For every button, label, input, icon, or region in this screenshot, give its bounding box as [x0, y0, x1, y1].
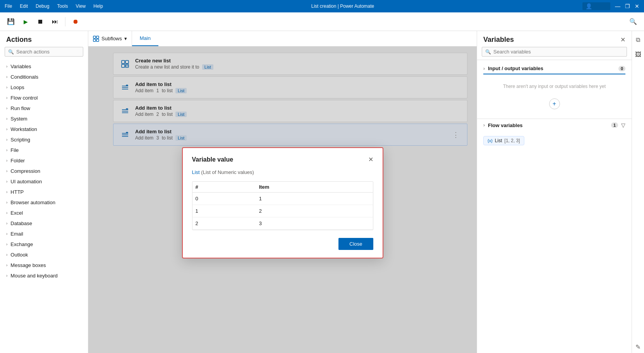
sidebar-item-label: Mouse and keyboard	[10, 273, 57, 279]
record-button[interactable]: ⏺	[69, 15, 82, 28]
table-row: 2 3	[192, 217, 373, 230]
chevron-icon: ›	[6, 127, 7, 131]
titlebar-controls: 👤 — ❐ ✕	[582, 2, 639, 10]
chevron-icon: ›	[6, 138, 7, 142]
col-hash: #	[192, 182, 256, 193]
actions-search-box[interactable]: 🔍	[5, 47, 83, 57]
io-empty-text: There aren't any input or output variabl…	[483, 77, 625, 95]
toolbar: 💾 ▶ ⏹ ⏭ ⏺ 🔍	[0, 12, 644, 31]
sidebar-item-conditionals[interactable]: › Conditionals	[0, 72, 88, 82]
menu-edit[interactable]: Edit	[20, 3, 28, 9]
menu-view[interactable]: View	[76, 3, 86, 9]
chevron-icon: ›	[6, 106, 7, 110]
search-toolbar-button[interactable]: 🔍	[627, 15, 639, 28]
image-icon[interactable]: 🖼	[633, 49, 644, 60]
chevron-icon: ›	[6, 158, 7, 163]
sidebar-item-label: Loops	[10, 84, 24, 90]
modal-table-container[interactable]: # Item 0 1 1	[192, 181, 373, 230]
menu-tools[interactable]: Tools	[57, 3, 68, 9]
subflows-label: Subflows	[101, 36, 122, 41]
chevron-icon: ›	[6, 64, 7, 69]
minimize-button[interactable]: —	[615, 3, 620, 9]
close-button[interactable]: ✕	[635, 3, 639, 9]
io-section-content: There aren't any input or output variabl…	[477, 74, 632, 115]
fv-filter-icon[interactable]: ▽	[621, 122, 625, 128]
sidebar-item-browser-automation[interactable]: › Browser automation	[0, 197, 88, 208]
modal-close-icon[interactable]: ✕	[368, 156, 373, 163]
save-button[interactable]: 💾	[5, 15, 17, 28]
sidebar-item-email[interactable]: › Email	[0, 229, 88, 239]
chevron-icon: ›	[6, 148, 7, 152]
chevron-icon: ›	[6, 242, 7, 246]
sidebar-item-system[interactable]: › System	[0, 114, 88, 124]
variables-search-input[interactable]	[493, 49, 623, 55]
modal-close-button[interactable]: Close	[338, 238, 373, 250]
modal-overlay: Variable value ✕ List (List of Numeric v…	[88, 46, 477, 353]
sidebar-item-label: Scripting	[10, 137, 30, 143]
center-panel: Subflows ▾ Main 1	[88, 31, 477, 353]
sidebar-item-run-flow[interactable]: › Run flow	[0, 103, 88, 114]
stop-button[interactable]: ⏹	[34, 15, 46, 28]
chevron-icon: ›	[6, 221, 7, 226]
sidebar-item-label: Database	[10, 220, 32, 226]
chevron-icon: ›	[6, 85, 7, 90]
step-button[interactable]: ⏭	[49, 15, 61, 28]
layers-icon[interactable]: ⧉	[634, 34, 642, 46]
chevron-icon: ›	[6, 232, 7, 236]
subflows-bar: Subflows ▾ Main	[88, 31, 477, 46]
sidebar-item-compression[interactable]: › Compression	[0, 166, 88, 176]
svg-rect-1	[96, 36, 99, 38]
modal-tag-name: List	[192, 169, 200, 175]
menu-help[interactable]: Help	[93, 3, 103, 9]
sidebar-item-label: Flow control	[10, 95, 38, 101]
sidebar-item-http[interactable]: › HTTP	[0, 187, 88, 197]
io-add-button[interactable]: +	[549, 98, 560, 109]
variable-chip-list[interactable]: {x} List [1, 2, 3]	[483, 136, 524, 145]
chevron-icon: ›	[6, 190, 7, 194]
variables-close-button[interactable]: ✕	[620, 36, 625, 43]
sidebar-item-label: Message boxes	[10, 262, 46, 268]
sidebar-item-workstation[interactable]: › Workstation	[0, 124, 88, 134]
user-profile[interactable]: 👤	[582, 2, 610, 10]
sidebar-item-loops[interactable]: › Loops	[0, 82, 88, 93]
titlebar-menus: File Edit Debug Tools View Help	[5, 3, 103, 9]
var-prefix: {x}	[488, 138, 493, 143]
restore-button[interactable]: ❐	[625, 3, 630, 9]
sidebar-item-label: Browser automation	[10, 200, 55, 205]
modal-footer: Close	[192, 238, 373, 250]
sidebar-item-flow-control[interactable]: › Flow control	[0, 93, 88, 103]
run-button[interactable]: ▶	[19, 15, 32, 28]
flow-area: 1 Create new list	[88, 46, 477, 353]
subflows-dropdown-icon: ▾	[124, 36, 127, 41]
menu-file[interactable]: File	[5, 3, 12, 9]
variables-search-box[interactable]: 🔍	[482, 47, 627, 57]
sidebar-item-mouse-keyboard[interactable]: › Mouse and keyboard	[0, 270, 88, 281]
sidebar-item-exchange[interactable]: › Exchange	[0, 239, 88, 250]
sidebar-item-ui-automation[interactable]: › UI automation	[0, 176, 88, 187]
fv-header[interactable]: › Flow variables 1 ▽	[477, 119, 632, 131]
fv-chevron-icon: ›	[483, 122, 485, 128]
io-chevron-icon: ›	[483, 66, 485, 71]
sidebar-item-outlook[interactable]: › Outlook	[0, 250, 88, 260]
flow-variables-section: › Flow variables 1 ▽ {x} List [1, 2, 3]	[477, 119, 632, 150]
sidebar-item-excel[interactable]: › Excel	[0, 208, 88, 218]
sidebar-item-message-boxes[interactable]: › Message boxes	[0, 260, 88, 270]
row-2-index: 2	[192, 217, 256, 230]
tab-main[interactable]: Main	[132, 31, 158, 46]
subflows-icon	[93, 36, 99, 42]
sidebar-item-variables[interactable]: › Variables	[0, 61, 88, 72]
pencil-icon[interactable]: ✎	[633, 341, 643, 353]
menu-debug[interactable]: Debug	[36, 3, 49, 9]
sidebar-item-file[interactable]: › File	[0, 145, 88, 155]
variables-search-icon: 🔍	[485, 49, 491, 55]
sidebar-item-database[interactable]: › Database	[0, 218, 88, 229]
io-section-header[interactable]: › Input / output variables 0	[477, 63, 632, 74]
sidebar-item-scripting[interactable]: › Scripting	[0, 134, 88, 145]
chevron-icon: ›	[6, 200, 7, 205]
sidebar-item-label: Run flow	[10, 105, 30, 111]
fv-variables-content: {x} List [1, 2, 3]	[477, 131, 632, 150]
actions-search-input[interactable]	[16, 49, 80, 55]
sidebar-item-folder[interactable]: › Folder	[0, 155, 88, 166]
subflows-button[interactable]: Subflows ▾	[88, 31, 132, 46]
chevron-icon: ›	[6, 263, 7, 267]
